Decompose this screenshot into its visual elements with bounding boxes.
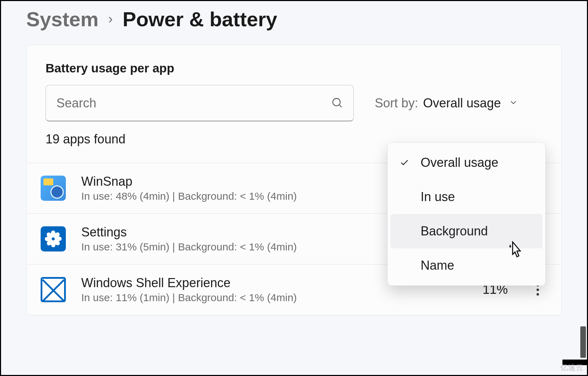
sort-by-dropdown-trigger[interactable]: Sort by: Overall usage bbox=[375, 96, 518, 111]
breadcrumb: System › Power & battery bbox=[1, 1, 587, 34]
scrollbar-thumb[interactable] bbox=[580, 326, 586, 358]
sort-selected-value: Overall usage bbox=[423, 96, 501, 111]
section-title: Battery usage per app bbox=[46, 61, 542, 75]
dropdown-label: Name bbox=[421, 258, 454, 273]
dropdown-label: Overall usage bbox=[421, 155, 498, 170]
breadcrumb-parent[interactable]: System bbox=[26, 7, 98, 31]
dropdown-label: Background bbox=[421, 224, 488, 239]
search-input[interactable] bbox=[46, 85, 354, 121]
sort-option-overall-usage[interactable]: Overall usage bbox=[390, 146, 542, 180]
breadcrumb-current: Power & battery bbox=[123, 7, 277, 31]
sort-label-prefix: Sort by: bbox=[375, 96, 418, 111]
controls-row: Sort by: Overall usage bbox=[46, 85, 542, 121]
chevron-down-icon bbox=[509, 96, 518, 111]
winsnap-icon bbox=[41, 176, 66, 201]
app-details: In use: 11% (1min) | Background: < 1% (4… bbox=[81, 292, 454, 304]
settings-icon bbox=[41, 226, 66, 251]
dropdown-label: In use bbox=[421, 190, 455, 204]
sort-option-background[interactable]: Background bbox=[390, 214, 542, 248]
windows-shell-icon bbox=[41, 277, 66, 302]
svg-point-0 bbox=[333, 98, 340, 106]
svg-line-1 bbox=[339, 105, 342, 107]
search-icon[interactable] bbox=[331, 97, 343, 110]
sort-dropdown-menu: Overall usage In use Background Name bbox=[387, 142, 546, 286]
chevron-right-icon: › bbox=[108, 12, 113, 27]
sort-option-in-use[interactable]: In use bbox=[390, 180, 542, 214]
svg-point-3 bbox=[51, 237, 56, 241]
sort-option-name[interactable]: Name bbox=[390, 248, 542, 283]
watermark-text: 亿速云 bbox=[560, 362, 583, 373]
search-wrap bbox=[46, 85, 354, 121]
check-icon bbox=[398, 158, 411, 168]
